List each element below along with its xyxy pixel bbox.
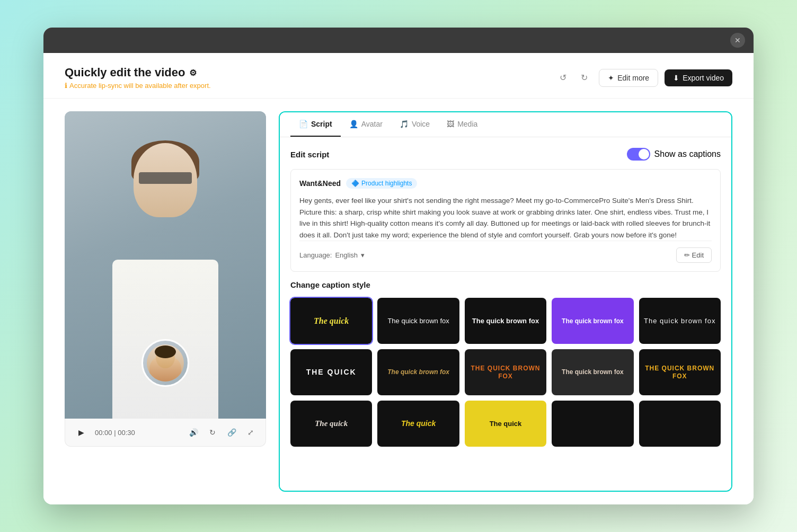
caption-style-3[interactable]: The quick brown fox [465, 298, 546, 344]
caption-styles-grid: The quick The quick brown fox The quick … [290, 298, 721, 447]
fullscreen-button[interactable]: ⤢ [244, 426, 257, 439]
video-preview [65, 111, 266, 419]
caption-style-12[interactable]: The quick [377, 401, 459, 447]
style-9-text: The quick brown fox [559, 366, 627, 378]
style-6-text: THE QUICK [303, 366, 360, 379]
control-icons: 🔊 ↻ 🔗 ⤢ [187, 426, 257, 439]
tab-voice-label: Voice [412, 120, 430, 128]
caption-style-15[interactable] [639, 401, 721, 447]
script-header: Edit script Show as captions [290, 148, 721, 161]
style-10-text: THE QUICK BROWN FOX [639, 362, 721, 382]
style-7-text: The quick brown fox [384, 366, 453, 378]
header-subtitle: ℹ Accurate lip-sync will be available af… [65, 82, 211, 90]
caption-section-label: Change caption style [290, 280, 721, 289]
caption-style-2[interactable]: The quick brown fox [377, 298, 459, 344]
language-value: English [335, 251, 358, 259]
title-text: Quickly edit the video [65, 66, 185, 79]
caption-style-8[interactable]: THE QUICK BROWN FOX [465, 349, 546, 395]
script-tab-icon: 📄 [299, 120, 308, 128]
tab-avatar[interactable]: 👤 Avatar [341, 112, 391, 137]
captions-toggle[interactable] [627, 148, 650, 161]
body-area: ▶ 00:00 | 00:30 🔊 ↻ 🔗 ⤢ [43, 99, 754, 504]
redo-button[interactable]: ↻ [575, 69, 592, 86]
tab-script-label: Script [311, 120, 332, 128]
tab-script[interactable]: 📄 Script [290, 112, 341, 137]
badge-label: Product highlights [361, 180, 412, 187]
settings-icon[interactable]: ⚙ [189, 68, 197, 78]
style-2-text: The quick brown fox [384, 315, 452, 327]
script-source: Want&Need [299, 179, 341, 188]
show-captions-container: Show as captions [627, 148, 721, 161]
script-box: Want&Need 🔷 Product highlights Hey gents… [290, 169, 721, 272]
tab-media[interactable]: 🖼 Media [438, 112, 486, 137]
close-button[interactable]: ✕ [730, 33, 745, 48]
main-content: Quickly edit the video ⚙ ℹ Accurate lip-… [43, 53, 754, 504]
link-button[interactable]: 🔗 [225, 426, 238, 439]
panel-body: Edit script Show as captions [280, 137, 731, 491]
style-11-text: The quick [312, 416, 351, 430]
style-1-text: The quick [311, 314, 352, 328]
script-footer: Language: English ▾ ✏ Edit [299, 241, 712, 263]
caption-style-1[interactable]: The quick [290, 298, 372, 344]
volume-button[interactable]: 🔊 [187, 426, 200, 439]
undo-button[interactable]: ↺ [554, 69, 571, 86]
current-time: 00:00 [95, 429, 112, 437]
caption-style-13[interactable]: The quick [465, 401, 546, 447]
script-text: Hey gents, ever feel like your shirt's n… [299, 195, 712, 241]
style-4-text: The quick brown fox [559, 315, 627, 327]
reload-button[interactable]: ↻ [206, 426, 219, 439]
header-left: Quickly edit the video ⚙ ℹ Accurate lip-… [65, 66, 211, 90]
download-icon: ⬇ [673, 74, 679, 82]
play-button[interactable]: ▶ [74, 425, 88, 440]
show-captions-label: Show as captions [654, 149, 721, 159]
script-tag-row: Want&Need 🔷 Product highlights [299, 178, 712, 189]
avatar [141, 339, 189, 387]
toggle-thumb [639, 149, 649, 159]
warning-icon: ℹ [65, 82, 67, 90]
caption-style-11[interactable]: The quick [290, 401, 372, 447]
undo-redo-group: ↺ ↻ [554, 69, 592, 86]
style-13-text: The quick [486, 418, 525, 430]
person-head [134, 143, 197, 217]
edit-script-button[interactable]: ✏ Edit [676, 247, 712, 263]
style-8-text: THE QUICK BROWN FOX [465, 362, 546, 382]
edit-btn-label: Edit [692, 251, 704, 259]
product-badge: 🔷 Product highlights [346, 178, 417, 189]
tabs: 📄 Script 👤 Avatar 🎵 Voice 🖼 Media [280, 112, 731, 137]
edit-more-button[interactable]: ✦ Edit more [599, 69, 658, 87]
caption-style-9[interactable]: The quick brown fox [552, 349, 633, 395]
pencil-icon: ✏ [684, 251, 690, 259]
style-3-text: The quick brown fox [469, 315, 542, 327]
app-window: ✕ Quickly edit the video ⚙ ℹ Accurate li… [43, 28, 754, 504]
header-right: ↺ ↻ ✦ Edit more ⬇ Export video [554, 69, 732, 87]
caption-style-7[interactable]: The quick brown fox [377, 349, 459, 395]
header: Quickly edit the video ⚙ ℹ Accurate lip-… [43, 53, 754, 99]
caption-style-6[interactable]: THE QUICK [290, 349, 372, 395]
voice-tab-icon: 🎵 [400, 120, 409, 128]
right-panel: 📄 Script 👤 Avatar 🎵 Voice 🖼 Media [279, 111, 732, 492]
tab-media-label: Media [457, 120, 477, 128]
style-5-text: The quick brown fox [641, 315, 719, 327]
language-selector[interactable]: Language: English ▾ [299, 251, 365, 259]
edit-more-icon: ✦ [608, 74, 614, 82]
badge-icon: 🔷 [351, 180, 359, 187]
video-panel: ▶ 00:00 | 00:30 🔊 ↻ 🔗 ⤢ [65, 111, 266, 492]
export-label: Export video [683, 74, 724, 82]
style-12-text: The quick [398, 417, 439, 430]
media-tab-icon: 🖼 [447, 120, 454, 128]
caption-style-10[interactable]: THE QUICK BROWN FOX [639, 349, 721, 395]
video-background [65, 111, 266, 419]
cursor-pointer [731, 152, 731, 173]
time-display: 00:00 | 00:30 [95, 429, 135, 437]
caption-style-5[interactable]: The quick brown fox [639, 298, 721, 344]
caption-style-14[interactable] [552, 401, 633, 447]
style-15-text [677, 421, 683, 425]
style-14-text [589, 421, 596, 425]
avatar-tab-icon: 👤 [349, 120, 358, 128]
tab-voice[interactable]: 🎵 Voice [391, 112, 438, 137]
language-label: Language: [299, 251, 332, 259]
chevron-down-icon: ▾ [361, 251, 365, 259]
caption-style-4[interactable]: The quick brown fox [552, 298, 633, 344]
export-video-button[interactable]: ⬇ Export video [665, 69, 732, 86]
script-section-label: Edit script [290, 150, 329, 159]
